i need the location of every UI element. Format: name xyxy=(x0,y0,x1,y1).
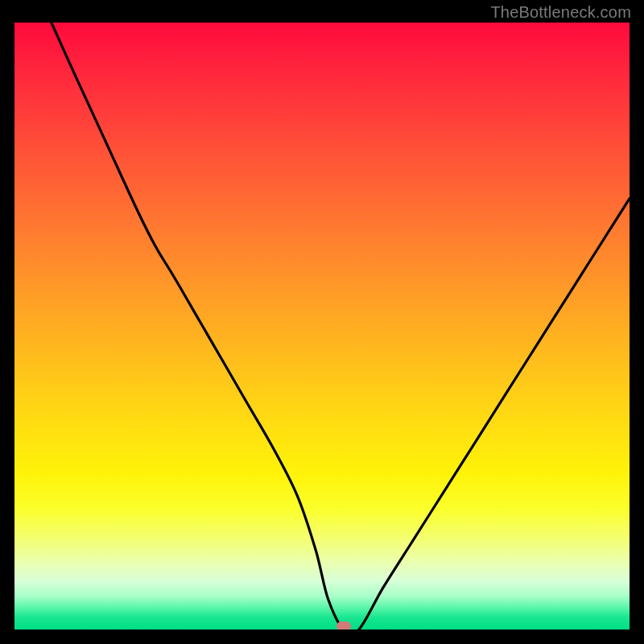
bottleneck-curve xyxy=(14,23,630,630)
watermark-text: TheBottleneck.com xyxy=(490,3,631,22)
plot-area xyxy=(14,23,630,630)
chart-stage: TheBottleneck.com xyxy=(0,0,644,644)
optimal-point-marker xyxy=(336,621,351,630)
